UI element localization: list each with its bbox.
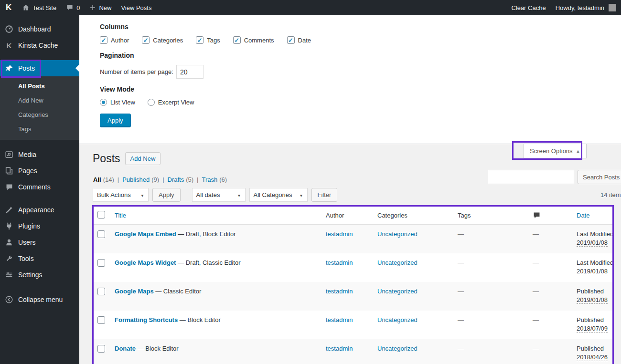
checkbox-checked-icon[interactable] [100, 36, 107, 44]
post-title-link[interactable]: Google Maps [115, 288, 154, 295]
checkbox-checked-icon[interactable] [196, 36, 203, 44]
radio-selected-icon[interactable] [100, 99, 107, 106]
column-checkbox-categories[interactable]: Categories [142, 36, 183, 44]
tags-header: Tags [454, 207, 529, 225]
author-link[interactable]: testadmin [326, 259, 353, 266]
sidebar-item-dashboard[interactable]: Dashboard [0, 21, 79, 37]
view-mode-heading: View Mode [100, 85, 611, 93]
submenu-add-new[interactable]: Add New [0, 93, 79, 107]
filter-link[interactable]: Published [122, 176, 150, 183]
sidebar-item-plugins[interactable]: Plugins [0, 218, 79, 234]
screen-options-tab[interactable]: Screen Options [524, 144, 587, 158]
user-icon [4, 238, 14, 247]
submenu-label: All Posts [18, 83, 45, 90]
date-status: Published [577, 345, 609, 352]
admin-bar-comments[interactable]: 0 [61, 0, 85, 15]
new-menu[interactable]: New [85, 0, 116, 15]
post-title-link[interactable]: Google Maps Embed [115, 230, 176, 238]
column-checkbox-author[interactable]: Author [100, 36, 129, 44]
filter-published[interactable]: Published(9) [122, 176, 167, 183]
column-checkbox-date[interactable]: Date [287, 36, 311, 44]
howdy-label: Howdy, testadmin [556, 4, 604, 11]
per-page-input[interactable] [176, 65, 203, 79]
annotation-table-highlight: Title Author Categories Tags Date Google… [92, 205, 614, 364]
sidebar-item-appearance[interactable]: Appearance [0, 202, 79, 218]
view-posts-link[interactable]: View Posts [116, 0, 156, 15]
sidebar-item-comments[interactable]: Comments [0, 179, 79, 195]
post-state: — Classic Editor [154, 288, 202, 295]
screen-options-apply-button[interactable]: Apply [100, 114, 131, 127]
sidebar-item-media[interactable]: Media [0, 146, 79, 163]
search-input[interactable] [488, 170, 574, 184]
sidebar-item-label: Posts [18, 64, 35, 72]
row-checkbox[interactable] [97, 345, 105, 353]
filter-count: (14) [103, 176, 114, 183]
author-link[interactable]: testadmin [326, 230, 353, 238]
post-title-link[interactable]: Google Maps Widget [115, 259, 176, 266]
radio-label: List View [110, 99, 135, 106]
category-link[interactable]: Uncategorized [377, 288, 418, 295]
author-link[interactable]: testadmin [326, 316, 353, 323]
filter-link[interactable]: All [93, 176, 101, 183]
post-title-link[interactable]: Donate [115, 345, 136, 352]
kinsta-logo[interactable]: K [0, 0, 17, 15]
collapse-menu-button[interactable]: Collapse menu [0, 291, 79, 308]
sidebar-item-users[interactable]: Users [0, 234, 79, 250]
row-checkbox[interactable] [97, 259, 105, 267]
categories-header: Categories [374, 207, 454, 225]
add-new-button[interactable]: Add New [125, 152, 161, 165]
row-checkbox[interactable] [97, 288, 105, 295]
filter-count: (5) [186, 176, 193, 183]
submenu-categories[interactable]: Categories [0, 107, 79, 122]
sidebar-item-tools[interactable]: Tools [0, 250, 79, 267]
checkbox-checked-icon[interactable] [233, 36, 241, 44]
radio-icon[interactable] [148, 99, 155, 106]
filter-all[interactable]: All(14) [93, 176, 122, 183]
category-link[interactable]: Uncategorized [377, 316, 418, 323]
sidebar-item-posts[interactable]: Posts [0, 60, 79, 76]
bulk-apply-button[interactable]: Apply [152, 188, 181, 202]
table-row: Google Maps Widget — Draft, Classic Edit… [94, 253, 612, 282]
view-mode-excerpt[interactable]: Excerpt View [148, 99, 194, 106]
filter-drafts[interactable]: Drafts(5) [168, 176, 202, 183]
post-title-link[interactable]: Formatting Shortcuts [115, 316, 178, 323]
select-all-checkbox[interactable] [97, 211, 105, 218]
sidebar-item-pages[interactable]: Pages [0, 163, 79, 179]
submenu-all-posts[interactable]: All Posts [0, 79, 79, 93]
admin-bar: K Test Site 0 New View Posts Clear Cache… [0, 0, 621, 15]
author-link[interactable]: testadmin [326, 288, 353, 295]
submenu-tags[interactable]: Tags [0, 122, 79, 136]
categories-filter-select[interactable]: All Categories [249, 188, 308, 202]
dates-filter-select[interactable]: All dates [192, 188, 246, 202]
tags-value: — [458, 230, 464, 238]
author-link[interactable]: testadmin [326, 345, 353, 352]
sort-date-header[interactable]: Date [577, 212, 589, 219]
pages-icon [4, 166, 14, 175]
post-state: — Block Editor [178, 316, 221, 323]
checkbox-checked-icon[interactable] [142, 36, 150, 44]
column-checkbox-tags[interactable]: Tags [196, 36, 220, 44]
sidebar-item-kinsta-cache[interactable]: Kinsta Cache [0, 37, 79, 53]
row-checkbox[interactable] [97, 316, 105, 324]
sidebar-item-settings[interactable]: Settings [0, 267, 79, 283]
category-link[interactable]: Uncategorized [377, 230, 418, 238]
howdy-menu[interactable]: Howdy, testadmin [551, 0, 621, 15]
sort-title-header[interactable]: Title [115, 212, 126, 219]
category-link[interactable]: Uncategorized [377, 345, 418, 352]
column-checkbox-comments[interactable]: Comments [233, 36, 274, 44]
site-name-menu[interactable]: Test Site [17, 0, 61, 15]
view-mode-list[interactable]: List View [100, 99, 135, 106]
filter-trash[interactable]: Trash(6) [202, 176, 227, 183]
filter-link[interactable]: Trash [202, 176, 217, 183]
row-checkbox[interactable] [97, 230, 105, 238]
columns-heading: Columns [100, 23, 611, 31]
checkbox-checked-icon[interactable] [287, 36, 295, 44]
search-posts-button[interactable]: Search Posts [578, 170, 621, 184]
filter-link[interactable]: Drafts [168, 176, 184, 183]
filter-button[interactable]: Filter [311, 188, 338, 202]
category-link[interactable]: Uncategorized [377, 259, 418, 266]
plug-icon [4, 222, 14, 230]
clear-cache-link[interactable]: Clear Cache [506, 0, 550, 15]
checkbox-label: Author [111, 37, 129, 44]
bulk-actions-select[interactable]: Bulk Actions [93, 188, 149, 202]
